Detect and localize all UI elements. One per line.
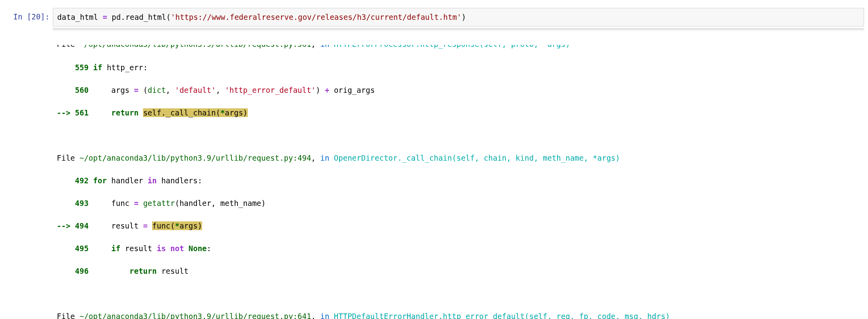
code-line-560: 560 args = (dict, 'default', 'http_error… [57,85,860,96]
scroll-shadow [53,28,864,31]
pad [89,199,111,208]
eq: = [129,86,143,94]
args: args) [179,221,202,230]
paren: ) [316,86,320,94]
code-line-495: 495 if result is not None: [57,243,860,254]
frame-name: HTTPDefaultErrorHandler.http_error_defau… [334,312,670,319]
output-cell: File ~/opt/anaconda3/lib/python3.9/urlli… [4,32,864,319]
code-open: ( [166,13,171,21]
code-line-496: 496 return result [57,265,860,277]
highlight: func(*args) [152,221,202,230]
func-call: func( [152,221,175,230]
rhs: orig_args [334,86,375,94]
code-fn: read_html [125,13,166,21]
var: handler [107,176,148,185]
rest: handlers: [157,176,202,185]
eq: = [139,221,152,230]
builtin: getattr [143,199,175,208]
arrow-icon: --> [57,108,75,117]
code-line-492: 492 for handler in handlers: [57,175,860,186]
notebook: In [20]: data_html = pd.read_html('https… [0,0,868,319]
pad [89,108,111,117]
sep: , [311,45,320,48]
kw-if: if [93,63,102,72]
code-cell: In [20]: data_html = pd.read_html('https… [4,8,864,27]
method: _call_chain( [166,108,220,117]
lhs: args [111,86,129,94]
kw-return: return [129,267,157,275]
highlight: self._call_chain(*args) [143,108,247,117]
file-path: ~/opt/anaconda3/lib/python3.9/urllib/req… [79,312,311,319]
code-input[interactable]: data_html = pd.read_html('https://www.fe… [53,8,864,27]
sep: , [311,154,320,162]
file-path: ~/opt/anaconda3/lib/python3.9/urllib/req… [79,45,311,48]
lineno: 496 [75,267,89,275]
lineno: 560 [75,86,89,94]
sp [89,63,93,72]
lineno: 494 [75,221,89,230]
kw-none: None [189,244,207,253]
file-label: File [57,45,79,48]
dict: dict [148,86,166,94]
lineno: 493 [75,199,89,208]
code-line-493: 493 func = getattr(handler, meth_name) [57,198,860,209]
in-label: in [320,154,334,162]
lineno: 495 [75,244,89,253]
traceback-output[interactable]: File ~/opt/anaconda3/lib/python3.9/urlli… [53,32,864,319]
eq: = [129,199,143,208]
code-var: data_html [57,13,98,21]
kw-if: if [111,244,120,253]
code-line-494: --> 494 result = func(*args) [57,220,860,232]
lineno: 559 [75,63,89,72]
in-label: in [320,45,334,48]
self: self. [143,108,166,117]
code-line-561: --> 561 return self._call_chain(*args) [57,107,860,119]
file-label: File [57,154,79,162]
star: * [220,108,225,117]
pad [89,244,111,253]
sep: , [311,312,320,319]
file-label: File [57,312,79,319]
kw-for: for [93,176,107,185]
code-assign: = [98,13,112,21]
truncated-line: File ~/opt/anaconda3/lib/python3.9/urlli… [57,45,860,50]
lhs: func [111,199,129,208]
code-line-559: 559 if http_err: [57,62,860,73]
file-path: ~/opt/anaconda3/lib/python3.9/urllib/req… [79,154,311,162]
kw-in: in [148,176,157,185]
input-prompt: In [20]: [4,8,53,23]
arrow-icon: --> [57,221,75,230]
sp [89,176,93,185]
pad [89,267,129,275]
plus: + [320,86,334,94]
frame-name: OpenerDirector._call_chain(self, chain, … [334,154,620,162]
paren: ( [143,86,147,94]
var: result [120,244,157,253]
lineno: 561 [75,108,89,117]
code-close: ) [461,13,466,21]
code-string: 'https://www.federalreserve.gov/releases… [171,13,461,21]
comma: , [216,86,225,94]
blank-line [57,130,860,141]
star: * [175,221,179,230]
rest: (handler, meth_name) [175,199,266,208]
lineno: 492 [75,176,89,185]
code-module: pd [112,13,121,21]
kw-isnot: is not [157,244,189,253]
frame-name: HTTPErrorProcessor.http_response(self, p… [334,45,570,48]
comma: , [166,86,175,94]
str: 'http_error_default' [225,86,316,94]
args: args) [225,108,247,117]
kw-return: return [111,108,139,117]
lhs: result [111,221,139,230]
file-line-2: File ~/opt/anaconda3/lib/python3.9/urlli… [57,152,860,164]
code-dot: . [121,13,125,21]
rest: http_err: [102,63,147,72]
colon: : [207,244,211,253]
pad [89,86,111,94]
sp [139,108,143,117]
str: 'default' [175,86,216,94]
file-line-3: File ~/opt/anaconda3/lib/python3.9/urlli… [57,311,860,319]
rest: result [157,267,189,275]
pad [89,221,111,230]
